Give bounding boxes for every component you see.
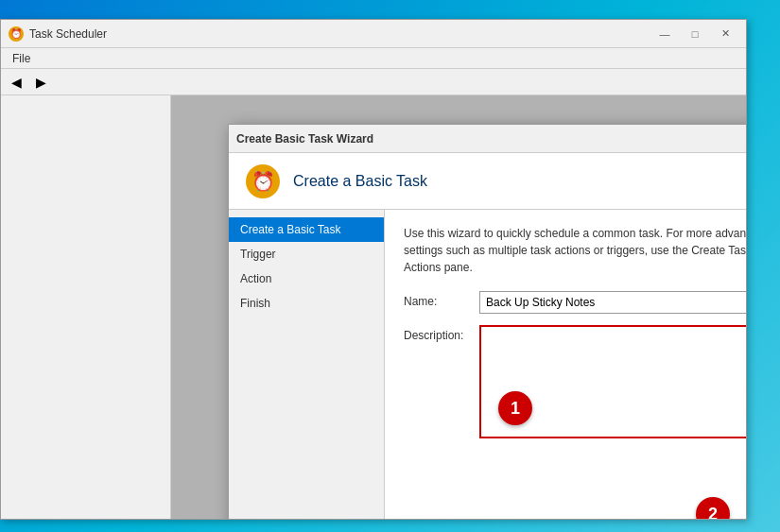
name-input[interactable] xyxy=(479,291,746,314)
toolbar: ◀ ▶ xyxy=(1,69,746,95)
wizard-nav-create[interactable]: Create a Basic Task xyxy=(229,217,384,242)
wizard-nav-action[interactable]: Action xyxy=(229,266,384,291)
close-button[interactable]: ✕ xyxy=(712,25,738,43)
task-scheduler-window: ⏰ Task Scheduler — □ ✕ File ◀ ▶ Create B… xyxy=(0,19,747,520)
name-label: Name: xyxy=(404,291,479,308)
name-row: Name: xyxy=(404,291,746,314)
outer-sidebar xyxy=(1,95,171,519)
wizard-header-icon xyxy=(244,163,282,200)
wizard-dialog: Create Basic Task Wizard ✕ Create a Basi… xyxy=(228,124,746,519)
forward-button[interactable]: ▶ xyxy=(29,72,52,93)
menu-bar: File xyxy=(1,48,746,69)
description-row: Description: xyxy=(404,325,746,438)
outer-content: Create Basic Task Wizard ✕ Create a Basi… xyxy=(1,95,746,519)
app-icon: ⏰ xyxy=(9,26,24,42)
titlebar-controls: — □ ✕ xyxy=(651,25,738,43)
wizard-titlebar: Create Basic Task Wizard ✕ xyxy=(229,125,746,153)
outer-main: Create Basic Task Wizard ✕ Create a Basi… xyxy=(171,95,746,519)
outer-window-title: Task Scheduler xyxy=(29,27,651,41)
menu-file[interactable]: File xyxy=(5,50,38,67)
wizard-description: Use this wizard to quickly schedule a co… xyxy=(404,225,746,276)
wizard-nav-finish[interactable]: Finish xyxy=(229,291,384,316)
step-badge-1: 1 xyxy=(498,391,532,425)
wizard-nav: Create a Basic Task Trigger Action Finis… xyxy=(229,210,385,519)
wizard-content: Use this wizard to quickly schedule a co… xyxy=(385,210,746,519)
minimize-button[interactable]: — xyxy=(651,25,678,43)
back-button[interactable]: ◀ xyxy=(5,72,27,93)
wizard-header: Create a Basic Task xyxy=(229,153,746,210)
maximize-button[interactable]: □ xyxy=(682,25,708,43)
wizard-title: Create Basic Task Wizard xyxy=(236,132,746,146)
clock-icon xyxy=(246,164,280,198)
wizard-body: Create a Basic Task Trigger Action Finis… xyxy=(229,210,746,519)
outer-titlebar: ⏰ Task Scheduler — □ ✕ xyxy=(1,20,746,48)
description-label: Description: xyxy=(404,325,479,342)
wizard-header-title: Create a Basic Task xyxy=(293,173,427,190)
wizard-nav-trigger[interactable]: Trigger xyxy=(229,242,384,266)
